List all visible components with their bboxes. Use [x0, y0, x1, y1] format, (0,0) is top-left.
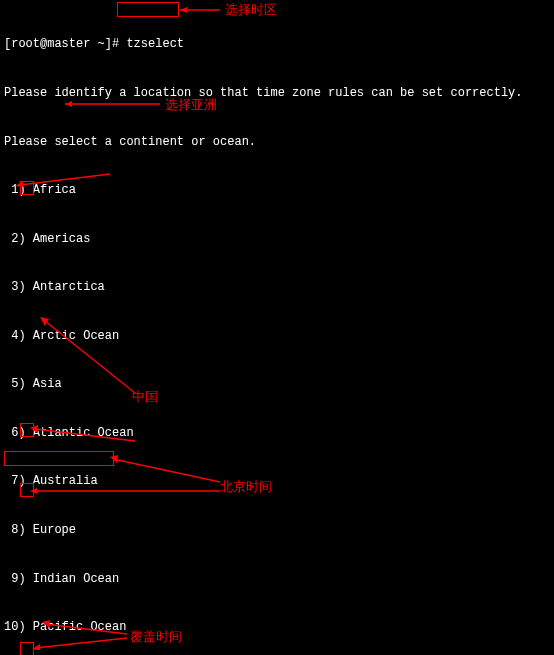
continent-option: 7) Australia: [4, 473, 550, 489]
continent-option: 9) Indian Ocean: [4, 571, 550, 587]
continent-option: 5) Asia: [4, 376, 550, 392]
continent-option: 2) Americas: [4, 231, 550, 247]
continent-option: 8) Europe: [4, 522, 550, 538]
continent-option: 10) Pacific Ocean: [4, 619, 550, 635]
intro-line: Please identify a location so that time …: [4, 85, 550, 101]
continent-option: 1) Africa: [4, 182, 550, 198]
terminal-output: [root@master ~]# tzselect Please identif…: [4, 4, 550, 655]
intro-line: Please select a continent or ocean.: [4, 134, 550, 150]
continent-option: 4) Arctic Ocean: [4, 328, 550, 344]
continent-option: 3) Antarctica: [4, 279, 550, 295]
continent-option: 6) Atlantic Ocean: [4, 425, 550, 441]
prompt-line[interactable]: [root@master ~]# tzselect: [4, 36, 550, 52]
